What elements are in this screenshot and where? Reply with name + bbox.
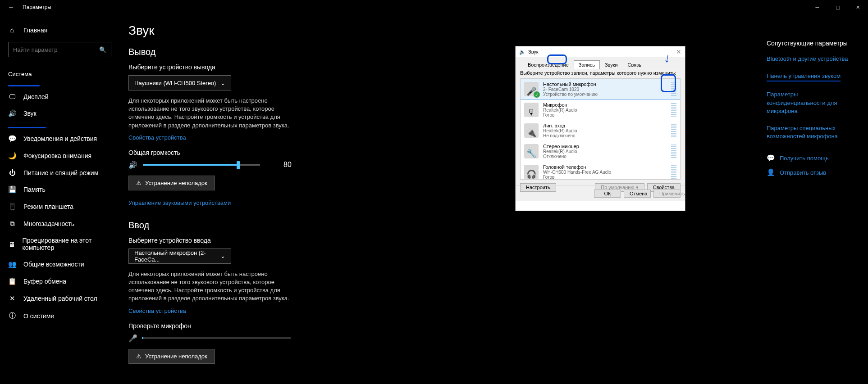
- mic-test-label: Проверьте микрофон: [128, 322, 868, 330]
- output-heading: Вывод: [128, 47, 868, 57]
- input-select-label: Выберите устройство ввода: [128, 237, 868, 244]
- sidebar-item-sound[interactable]: 🔊Звук: [0, 105, 119, 122]
- device-item-mic[interactable]: 🎙 МикрофонRealtek(R) AudioГотов: [521, 99, 680, 120]
- window-controls: ─ ▢ ✕: [807, 0, 868, 14]
- app-title: Параметры: [23, 4, 51, 10]
- output-props-link[interactable]: Свойства устройства: [128, 134, 868, 141]
- manage-devices-link[interactable]: Управление звуковыми устройствами: [128, 199, 231, 206]
- sidebar-item-label: Питание и спящий режим: [23, 169, 98, 176]
- rail-link-sound-cp[interactable]: Панель управления звуком: [767, 72, 854, 81]
- rail-heading: Сопутствующие параметры: [767, 40, 854, 47]
- main-content: Звук Вывод Выберите устройство вывода На…: [119, 14, 868, 384]
- rail-get-help[interactable]: 💬Получить помощь: [767, 154, 854, 162]
- mic-test-bar: 🎤: [128, 334, 868, 343]
- linein-device-icon: 🔌: [524, 123, 539, 138]
- device-item-mixer[interactable]: 🔧 Стерео микшерRealtek(R) AudioОтключено: [521, 141, 680, 162]
- dialog-close-button[interactable]: ✕: [676, 48, 681, 55]
- sidebar-item-label: Проецирование на этот компьютер: [23, 237, 111, 251]
- output-help: Для некоторых приложений может быть наст…: [128, 97, 295, 130]
- volume-icon[interactable]: 🔊: [128, 161, 137, 169]
- sidebar-item-shared[interactable]: 👥Общие возможности: [0, 256, 119, 273]
- input-props-link[interactable]: Свойства устройства: [128, 307, 868, 314]
- sidebar-item-label: Общие возможности: [23, 261, 84, 268]
- tab-comm[interactable]: Связь: [623, 60, 646, 69]
- mic-device-icon: 🎤✓: [524, 82, 539, 96]
- project-icon: 🖥: [8, 240, 15, 248]
- sound-dialog: 🔈 Звук ✕ Воспроизведение Запись Звуки Св…: [515, 46, 685, 211]
- device-item-headset[interactable]: 🎧 Головной телефонWH-CH500 Hands-Free AG…: [521, 162, 680, 180]
- sidebar-item-tablet[interactable]: 📱Режим планшета: [0, 198, 119, 215]
- storage-icon: 💾: [8, 185, 16, 194]
- sound-icon: 🔊: [8, 109, 16, 117]
- sidebar-item-project[interactable]: 🖥Проецирование на этот компьютер: [0, 232, 119, 256]
- rail-link-bluetooth[interactable]: Bluetooth и другие устройства: [767, 55, 854, 63]
- sidebar-home[interactable]: ⌂ Главная: [0, 22, 119, 38]
- ok-button[interactable]: ОК: [594, 190, 621, 198]
- sidebar-item-multitask[interactable]: ⧉Многозадачность: [0, 215, 119, 232]
- about-icon: ⓘ: [8, 312, 16, 320]
- minimize-button[interactable]: ─: [807, 0, 827, 14]
- clipboard-icon: 📋: [8, 277, 16, 285]
- sidebar-item-about[interactable]: ⓘО системе: [0, 307, 119, 325]
- feedback-icon: 👤: [767, 168, 775, 176]
- device-name: Лин. вход: [543, 123, 667, 128]
- rail-link-mic-ease[interactable]: Параметры специальных возможностей микро…: [767, 124, 854, 140]
- maximize-button[interactable]: ▢: [827, 0, 848, 14]
- input-device-value: Настольный микрофон (2- FaceCa...: [134, 249, 220, 263]
- mic-icon: 🎤: [128, 334, 137, 343]
- rail-link-mic-privacy[interactable]: Параметры конфиденциальности для микрофо…: [767, 90, 854, 115]
- input-troubleshoot-button[interactable]: ⚠ Устранение неполадок: [128, 349, 215, 364]
- device-name: Стерео микшер: [543, 144, 667, 149]
- sidebar-item-label: Режим планшета: [23, 203, 73, 210]
- sidebar-item-focus[interactable]: 🌙Фокусировка внимания: [0, 147, 119, 164]
- search-icon: 🔍: [99, 46, 106, 53]
- device-item-desktop-mic[interactable]: 🎤✓ Настольный микрофон2- FaceCam 1020Уст…: [520, 78, 681, 100]
- device-name: Настольный микрофон: [543, 81, 667, 87]
- sidebar-item-remote[interactable]: ✕Удаленный рабочий стол: [0, 290, 119, 307]
- tablet-icon: 📱: [8, 203, 16, 211]
- sidebar: ⌂ Главная 🔍 Система 🖵Дисплей 🔊Звук 💬Увед…: [0, 14, 119, 384]
- back-button[interactable]: ←: [0, 4, 23, 11]
- apply-button[interactable]: Применить: [653, 190, 681, 198]
- sidebar-home-label: Главная: [23, 27, 47, 34]
- tab-playback[interactable]: Воспроизведение: [523, 60, 574, 69]
- notifications-icon: 💬: [8, 135, 16, 143]
- sidebar-item-storage[interactable]: 💾Память: [0, 181, 119, 198]
- speaker-icon: 🔈: [519, 49, 525, 55]
- sidebar-item-label: Уведомления и действия: [23, 135, 97, 142]
- volume-slider[interactable]: [143, 164, 260, 166]
- volume-value: 80: [283, 161, 292, 169]
- configure-button[interactable]: Настроить: [520, 183, 556, 192]
- device-name: Головной телефон: [543, 164, 667, 170]
- output-device-select[interactable]: Наушники (WH-CH500 Stereo) ⌄: [128, 75, 231, 90]
- display-icon: 🖵: [8, 93, 16, 100]
- output-troubleshoot-button[interactable]: ⚠ Устранение неполадок: [128, 176, 215, 190]
- help-icon: 💬: [767, 154, 775, 162]
- sidebar-section: Система: [0, 66, 119, 80]
- level-meter: [671, 165, 676, 179]
- output-select-label: Выберите устройство вывода: [128, 63, 868, 71]
- mic-device-icon: 🎙: [524, 103, 539, 117]
- device-name: Микрофон: [543, 102, 667, 108]
- sidebar-item-notifications[interactable]: 💬Уведомления и действия: [0, 130, 119, 147]
- cancel-button[interactable]: Отмена: [624, 190, 651, 198]
- search-input[interactable]: [13, 46, 99, 53]
- rail-feedback[interactable]: 👤Отправить отзыв: [767, 168, 854, 176]
- volume-label: Общая громкость: [128, 149, 868, 156]
- input-device-select[interactable]: Настольный микрофон (2- FaceCa... ⌄: [128, 248, 231, 264]
- tab-recording[interactable]: Запись: [574, 60, 600, 69]
- sidebar-item-display[interactable]: 🖵Дисплей: [0, 88, 119, 105]
- focus-icon: 🌙: [8, 152, 16, 160]
- sidebar-item-power[interactable]: ⏻Питание и спящий режим: [0, 164, 119, 181]
- troubleshoot-label: Устранение неполадок: [145, 180, 207, 186]
- sidebar-item-label: Фокусировка внимания: [23, 152, 91, 159]
- sidebar-item-label: Многозадачность: [23, 220, 74, 227]
- close-button[interactable]: ✕: [848, 0, 868, 14]
- right-rail: Сопутствующие параметры Bluetooth и друг…: [767, 40, 854, 183]
- input-help: Для некоторых приложений может быть наст…: [128, 270, 295, 303]
- tab-sounds[interactable]: Звуки: [600, 60, 623, 69]
- chevron-down-icon: ⌄: [220, 80, 225, 86]
- sidebar-item-clipboard[interactable]: 📋Буфер обмена: [0, 273, 119, 290]
- device-item-linein[interactable]: 🔌 Лин. входRealtek(R) AudioНе подключено: [521, 120, 680, 141]
- search-box[interactable]: 🔍: [8, 42, 111, 57]
